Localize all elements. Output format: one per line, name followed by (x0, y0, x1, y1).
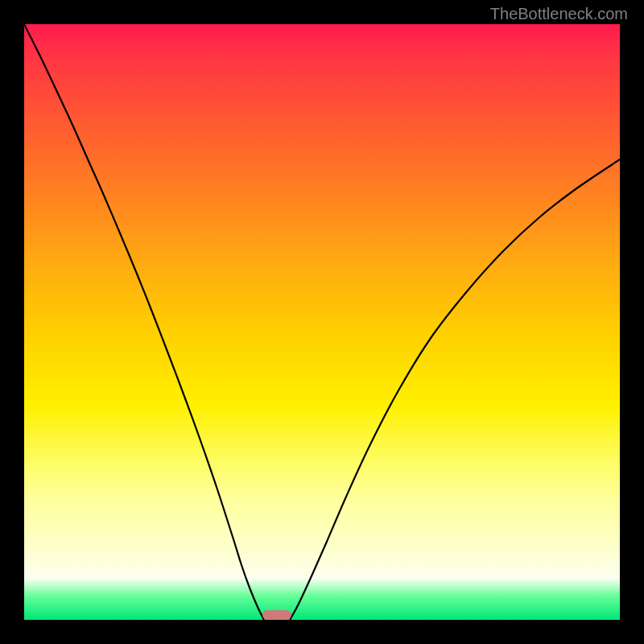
bottleneck-marker (262, 610, 291, 620)
left-curve (24, 24, 264, 620)
curve-overlay (24, 24, 620, 620)
watermark-text: TheBottleneck.com (490, 5, 628, 23)
right-curve (290, 159, 620, 620)
